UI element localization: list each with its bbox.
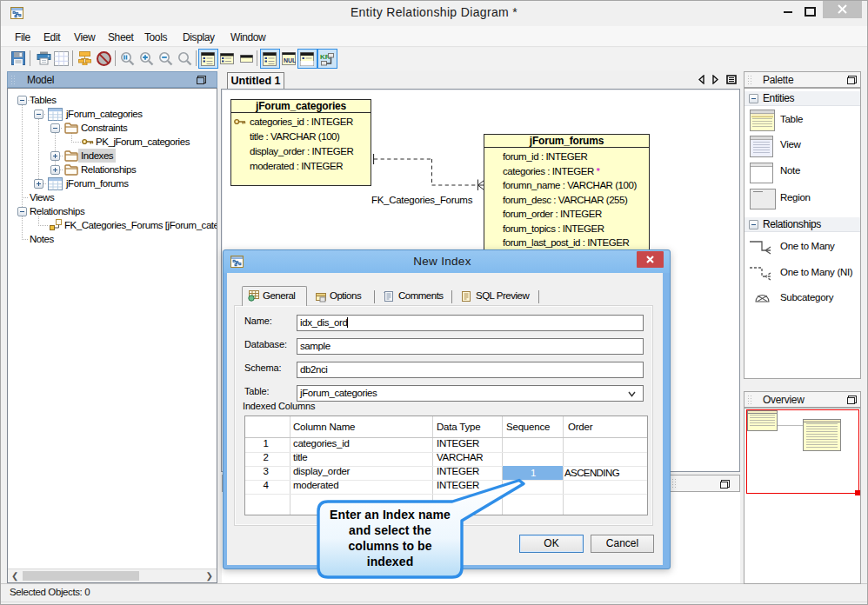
svg-text:NUL: NUL (284, 57, 296, 63)
